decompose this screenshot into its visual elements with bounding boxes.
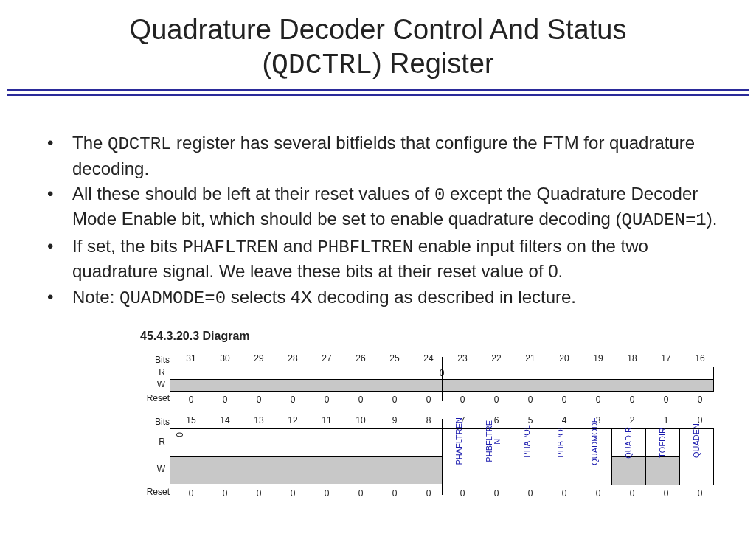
bitfield-label: QUADIR: [625, 426, 633, 460]
bit-number: 21: [513, 353, 547, 367]
reset-value: 0: [344, 392, 378, 405]
bullet-item: The QDCTRL register has several bitfield…: [52, 131, 723, 181]
reset-value: 0: [412, 485, 445, 499]
reset-value: 0: [378, 392, 412, 405]
reset-value: 0: [310, 485, 344, 499]
reg-upper-box: 0: [170, 367, 714, 392]
bit-number: 13: [242, 415, 276, 428]
bitfield-label: PHAPOL: [523, 423, 531, 459]
reset-value: 0: [513, 485, 547, 499]
bullet-text: and: [278, 236, 317, 256]
title-line2-pre: (: [262, 48, 271, 79]
bitfield-label: PHAFLTREN: [455, 416, 463, 467]
reset-value: 0: [615, 485, 649, 499]
bit-number: 18: [615, 353, 649, 367]
reset-value: 0: [242, 485, 276, 499]
bullet-code: PHAFLTREN: [182, 237, 278, 257]
label-bits-upper: Bits: [140, 355, 174, 365]
bullet-code: QUADEN=1: [622, 210, 707, 230]
lower-reserved: 0: [170, 429, 442, 485]
reset-value: 0: [276, 485, 310, 499]
bitfield-label: PHBPOL: [557, 423, 565, 459]
bit-number: 31: [174, 353, 208, 367]
reset-value: 0: [445, 485, 479, 499]
bitfield-label: QUADEN: [693, 422, 701, 459]
bitfield-phafltren: PHAFLTREN: [442, 429, 476, 485]
title-line1: Quadrature Decoder Control And Status: [130, 14, 627, 45]
bullet-text: The: [72, 133, 108, 153]
bullet-item: All these should be left at their reset …: [52, 182, 723, 233]
reg-lower: Bits 1514131211109876543210 R W 0 PHAFLT…: [140, 415, 723, 499]
reset-value: 0: [479, 392, 513, 405]
bit-number: 29: [242, 353, 276, 367]
slide-title: Quadrature Decoder Control And Status (Q…: [0, 0, 756, 89]
bullet-text: All these should be left at their reset …: [72, 184, 434, 204]
bit-number: 19: [581, 353, 615, 367]
bitfield-quadir: QUADIR: [611, 429, 645, 485]
reset-value: 0: [378, 485, 412, 499]
bit-number: 8: [412, 415, 445, 428]
bit-number: 28: [276, 353, 310, 367]
lower-reserved-0: 0: [175, 432, 185, 437]
reset-value: 0: [683, 392, 717, 405]
reset-value: 0: [649, 485, 683, 499]
reg-lower-box: 0 PHAFLTRENPHBFLTRE NPHAPOLPHBPOLQUADMOD…: [170, 428, 714, 485]
reset-value: 0: [208, 392, 242, 405]
register-diagram: 45.4.3.20.3 Diagram Bits 313029282726252…: [0, 319, 723, 499]
bitfield-phapol: PHAPOL: [510, 429, 544, 485]
bullet-code: 0: [434, 185, 445, 205]
diagram-heading: 45.4.3.20.3 Diagram: [140, 330, 723, 343]
label-reset-upper: Reset: [140, 393, 174, 403]
bitfield-label: QUADMODE: [591, 416, 599, 467]
bitfield-label: TOFDIR: [659, 426, 667, 459]
bitfield-label: PHBFLTRE N: [485, 419, 502, 464]
bit-number: 17: [649, 353, 683, 367]
bitfield-quadmode: QUADMODE: [578, 429, 611, 485]
bit-number: 26: [344, 353, 378, 367]
bit-number: 24: [412, 353, 445, 367]
bit8-separator-lower: [442, 419, 443, 495]
bullet-text: ).: [707, 209, 718, 229]
reg-upper: Bits 31302928272625242322212019181716 R …: [140, 353, 723, 405]
bit-number: 14: [208, 415, 242, 428]
bullet-code: QUADMODE=0: [119, 288, 226, 308]
reset-value: 0: [615, 392, 649, 405]
reset-value: 0: [547, 485, 581, 499]
bullet-text: Note:: [72, 287, 119, 307]
bitfield-phbpol: PHBPOL: [544, 429, 578, 485]
bitfield-quaden: QUADEN: [679, 429, 713, 485]
label-r-upper: R: [140, 367, 170, 378]
bit-number: 30: [208, 353, 242, 367]
bullet-code: PHBFLTREN: [317, 237, 413, 257]
label-reset-lower: Reset: [140, 487, 174, 497]
reset-value: 0: [412, 392, 445, 405]
label-bits-lower: Bits: [140, 417, 174, 427]
bit-number: 25: [378, 353, 412, 367]
bit-number: 9: [378, 415, 412, 428]
bit-number: 12: [276, 415, 310, 428]
label-r-lower: R: [140, 428, 170, 456]
label-w-lower: W: [140, 456, 170, 483]
title-line2-post: ) Register: [372, 48, 494, 79]
bullet-text: If set, the bits: [72, 236, 182, 256]
label-w-upper: W: [140, 378, 170, 390]
bit-number: 11: [310, 415, 344, 428]
reset-value: 0: [547, 392, 581, 405]
bullet-code: QDCTRL: [108, 134, 171, 154]
reset-value: 0: [445, 392, 479, 405]
reset-value: 0: [479, 485, 513, 499]
reset-value: 0: [513, 392, 547, 405]
bullet-list: The QDCTRL register has several bitfield…: [0, 102, 756, 319]
title-rule: [7, 89, 749, 96]
bullet-text: selects 4X decoding as described in lect…: [226, 287, 576, 307]
reset-value: 0: [276, 392, 310, 405]
bit-number: 16: [683, 353, 717, 367]
bullet-item: Note: QUADMODE=0 selects 4X decoding as …: [52, 285, 723, 310]
reset-value: 0: [581, 485, 615, 499]
reset-value: 0: [683, 485, 717, 499]
bit-number: 20: [547, 353, 581, 367]
bit-number: 22: [479, 353, 513, 367]
bitfield-phbfltren: PHBFLTRE N: [476, 429, 510, 485]
reset-value: 0: [242, 392, 276, 405]
reset-value: 0: [581, 392, 615, 405]
